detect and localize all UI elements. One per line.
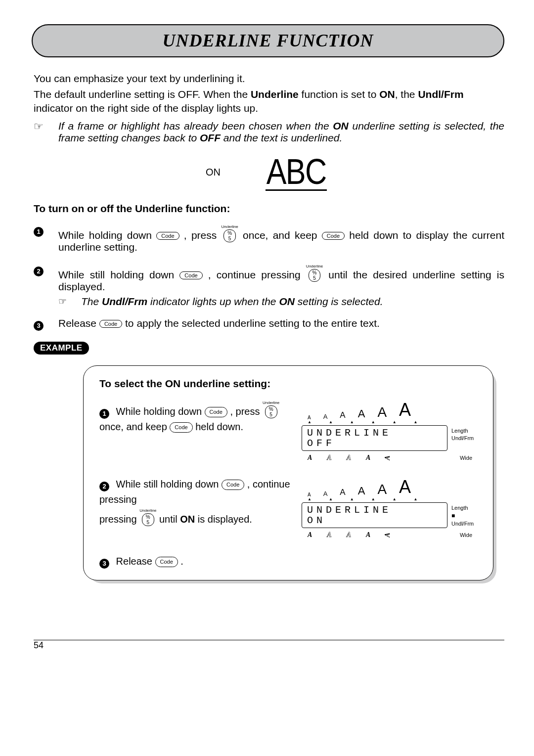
step-3: 3 Release Code to apply the selected und…: [34, 317, 504, 330]
pointing-hand-icon: ☞: [34, 120, 58, 144]
step-number-3: 3: [34, 321, 44, 331]
key-code: Code: [222, 480, 244, 490]
procedure-heading: To turn on or off the Underline function…: [34, 203, 504, 215]
page-number: 54: [34, 640, 44, 650]
key-code: Code: [156, 232, 179, 240]
lcd-screen: UNDERLINE OFF: [302, 425, 447, 451]
lcd-display-on: A A A A A A ▲▲▲▲▲▲ UNDERLINE ON: [302, 477, 477, 539]
example-heading: To select the ON underline setting:: [99, 378, 477, 390]
lcd-screen: UNDERLINE ON: [302, 502, 447, 528]
step-number-1: 1: [99, 409, 109, 419]
lcd-length-label: Length: [451, 504, 477, 512]
step-number-3: 3: [99, 559, 109, 569]
key-code: Code: [205, 407, 227, 417]
illustration-label-on: ON: [206, 167, 221, 178]
step-number-1: 1: [34, 227, 44, 237]
intro-paragraph-1: You can emphasize your text by underlini…: [34, 72, 504, 86]
section-title: UNDERLINE FUNCTION: [33, 25, 503, 56]
example-step-1: 1 While holding down Code , press Underl…: [99, 400, 477, 462]
step-1: 1 While holding down Code , press Underl…: [34, 223, 504, 253]
key-underline: Underline %5: [139, 509, 156, 526]
key-underline: Underline %5: [222, 225, 238, 242]
example-step-3: 3 Release Code .: [99, 554, 477, 569]
undlfrm-indicator-icon: ■: [451, 512, 455, 519]
example-step-2: 2 While still holding down Code , contin…: [99, 477, 477, 539]
lcd-display-off: A A A A A A ▲▲▲▲▲▲ UNDERLINE OFF: [302, 400, 477, 462]
illustration-text-abc: ABC: [266, 154, 327, 191]
key-code: Code: [155, 557, 178, 567]
key-underline: Underline %5: [263, 401, 279, 418]
lcd-length-label: Length: [451, 427, 477, 435]
note-frame-highlight: ☞ If a frame or highlight has already be…: [34, 120, 504, 144]
example-label: EXAMPLE: [34, 342, 89, 355]
lcd-undlfrm-label: Undl/Frm: [451, 521, 474, 527]
illustration-abc: ON ABC: [34, 154, 504, 191]
step-2: 2 While still holding down Code , contin…: [34, 263, 504, 308]
lcd-undlfrm-label: Undl/Frm: [451, 435, 477, 442]
key-code: Code: [99, 320, 122, 328]
example-box: To select the ON underline setting: 1 Wh…: [83, 365, 493, 580]
pointing-hand-icon: ☞: [58, 296, 81, 308]
lcd-wide-label: Wide: [460, 455, 472, 461]
step-number-2: 2: [99, 482, 109, 491]
key-code: Code: [322, 232, 345, 240]
section-title-bar: UNDERLINE FUNCTION: [32, 24, 504, 57]
key-underline: Underline %5: [306, 265, 323, 282]
step-number-2: 2: [34, 267, 44, 276]
key-code: Code: [179, 271, 202, 279]
key-code: Code: [170, 422, 192, 433]
step-2-note: ☞ The Undl/Frm indicator lights up when …: [58, 296, 504, 308]
intro-paragraph-2: The default underline setting is OFF. Wh…: [34, 88, 504, 115]
page-footer: 54: [34, 640, 504, 651]
lcd-wide-label: Wide: [460, 532, 472, 538]
